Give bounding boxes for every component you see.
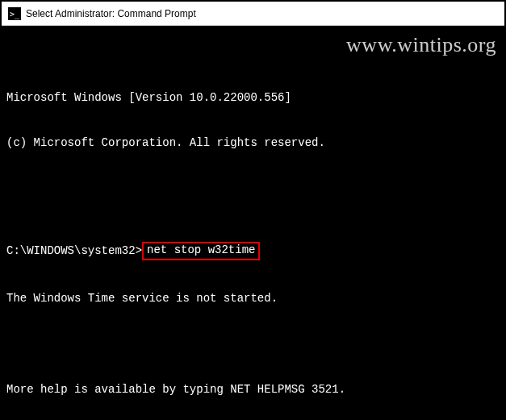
watermark: www.wintips.org (346, 31, 496, 59)
terminal-line: Microsoft Windows [Version 10.0.22000.55… (6, 90, 500, 106)
terminal[interactable]: www.wintips.org Microsoft Windows [Versi… (2, 26, 504, 418)
title-bar[interactable]: >_ Select Administrator: Command Prompt (2, 2, 504, 26)
blank-line (6, 181, 500, 197)
terminal-line: (c) Microsoft Corporation. All rights re… (6, 135, 500, 151)
cmd-icon: >_ (8, 7, 21, 20)
prompt: C:\WINDOWS\system32> (6, 243, 142, 259)
window-title: Select Administrator: Command Prompt (26, 8, 196, 19)
blank-line (6, 336, 500, 351)
terminal-line: The Windows Time service is not started. (6, 291, 500, 306)
command-highlight: net stop w32time (142, 242, 260, 260)
svg-text:>_: >_ (10, 10, 20, 19)
terminal-line: More help is available by typing NET HEL… (6, 382, 500, 397)
prompt-line: C:\WINDOWS\system32> net stop w32time (6, 242, 500, 260)
